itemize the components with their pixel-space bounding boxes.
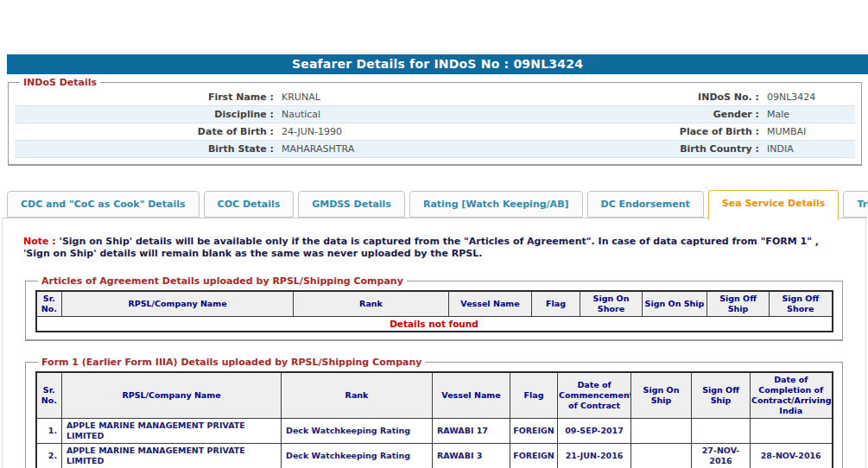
detail-label: First Name : (15, 92, 274, 103)
detail-row: Birth State : MAHARASHTRA Birth Country … (15, 141, 855, 158)
cell-company: APPLE MARINE MANAGEMENT PRIVATE LIMITED (62, 443, 282, 468)
cell-sign-on-ship (631, 418, 692, 443)
table-row: 2. APPLE MARINE MANAGEMENT PRIVATE LIMIT… (36, 443, 833, 468)
column-header: RPSL/Company Name (62, 291, 294, 317)
details-not-found-message: Details not found (36, 317, 833, 332)
detail-label: Discipline : (15, 109, 274, 120)
cell-company: APPLE MARINE MANAGEMENT PRIVATE LIMITED (62, 418, 282, 443)
cell-vessel: RAWABI 17 (433, 418, 510, 443)
detail-value: MUMBAI (759, 126, 855, 137)
detail-value: Male (759, 109, 855, 120)
tab-item[interactable]: CDC and "CoC as Cook" Details (7, 191, 200, 218)
tab-strip: CDC and "CoC as Cook" Details COC Detail… (7, 190, 866, 218)
articles-of-agreement-fieldset: Articles of Agreement Details uploaded b… (25, 275, 843, 341)
detail-row: Date of Birth : 24-JUN-1990 Place of Bir… (15, 123, 855, 141)
detail-label: Date of Birth : (15, 126, 274, 137)
page-title: Seafarer Details for INDoS No : 09NL3424 (7, 54, 868, 74)
form1-legend: Form 1 (Earlier Form IIIA) Details uploa… (38, 357, 425, 368)
form1-body: 1. APPLE MARINE MANAGEMENT PRIVATE LIMIT… (36, 418, 833, 468)
form1-header-row: Sr. No.RPSL/Company NameRankVessel NameF… (36, 372, 833, 419)
articles-legend: Articles of Agreement Details uploaded b… (38, 275, 407, 287)
detail-row: First Name : KRUNAL INDoS No. : 09NL3424 (15, 89, 855, 106)
column-header: Sign Off Ship (707, 291, 770, 317)
indos-details-rows: First Name : KRUNAL INDoS No. : 09NL3424… (15, 89, 855, 158)
sea-service-panel: Note : 'Sign on Ship' details will be av… (2, 218, 866, 468)
column-header: Rank (282, 372, 433, 419)
note-body: 'Sign on Ship' details will be available… (23, 236, 819, 259)
detail-value: Nautical (274, 109, 595, 120)
column-header: Sr. No. (36, 291, 62, 317)
cell-commencement: 21-JUN-2016 (558, 443, 631, 468)
cell-sign-on-ship (631, 443, 692, 468)
detail-label: Birth State : (15, 143, 274, 155)
detail-value: 24-JUN-1990 (274, 126, 595, 137)
detail-value: MAHARASHTRA (274, 143, 595, 155)
column-header: Vessel Name (449, 291, 532, 317)
cell-completion (751, 418, 833, 443)
tab-item[interactable]: DC Endorsement (587, 191, 704, 218)
column-header: Sr. No. (36, 372, 62, 419)
column-header: Sign On Shore (580, 291, 643, 317)
detail-label: Birth Country : (595, 143, 759, 155)
cell-sign-off-ship: 27-NOV-2016 (692, 443, 751, 468)
column-header: RPSL/Company Name (62, 372, 282, 419)
tab-item[interactable]: COC Details (204, 191, 295, 218)
note-text: Note : 'Sign on Ship' details will be av… (23, 236, 846, 260)
note-prefix: Note : (23, 236, 56, 247)
cell-sr-no: 1. (36, 418, 62, 443)
cell-commencement: 09-SEP-2017 (558, 418, 631, 443)
tab-item[interactable]: Training Details (843, 191, 868, 218)
tab-item[interactable]: Sea Service Details (708, 190, 839, 220)
articles-empty-row: Details not found (36, 317, 833, 332)
column-header: Flag (532, 291, 580, 317)
detail-value: KRUNAL (274, 92, 595, 103)
cell-rank: Deck Watchkeeping Rating (282, 443, 433, 468)
column-header: Vessel Name (433, 372, 510, 419)
table-row: 1. APPLE MARINE MANAGEMENT PRIVATE LIMIT… (36, 418, 833, 443)
cell-flag: FOREIGN (510, 443, 558, 468)
cell-flag: FOREIGN (510, 418, 558, 443)
cell-sign-off-ship (692, 418, 751, 443)
column-header: Sign On Ship (631, 372, 692, 419)
column-header: Sign Off Shore (770, 291, 833, 317)
cell-sr-no: 2. (36, 443, 62, 468)
indos-details-legend: INDoS Details (20, 77, 100, 88)
articles-header-row: Sr. No.RPSL/Company NameRankVessel NameF… (36, 291, 833, 317)
column-header: Sign Off Ship (692, 372, 751, 419)
cell-rank: Deck Watchkeeping Rating (282, 418, 433, 443)
tab-item[interactable]: GMDSS Details (298, 191, 405, 218)
detail-row: Discipline : Nautical Gender : Male (15, 106, 855, 123)
detail-value: INDIA (759, 143, 855, 155)
cell-vessel: RAWABI 3 (433, 443, 510, 468)
detail-label: Place of Birth : (595, 126, 759, 137)
tab-item[interactable]: Rating [Watch Keeping/AB] (409, 191, 583, 218)
detail-label: INDoS No. : (595, 92, 759, 103)
column-header: Date of Commencement of Contract (558, 372, 631, 419)
articles-table: Sr. No.RPSL/Company NameRankVessel NameF… (35, 290, 833, 332)
detail-value: 09NL3424 (759, 92, 855, 103)
column-header: Sign On Ship (643, 291, 707, 317)
form1-table: Sr. No.RPSL/Company NameRankVessel NameF… (35, 371, 833, 468)
column-header: Rank (294, 291, 449, 317)
column-header: Date of Completion of Contract/Arriving … (751, 372, 833, 419)
detail-label: Gender : (595, 109, 759, 120)
indos-details-fieldset: INDoS Details First Name : KRUNAL INDoS … (8, 77, 862, 166)
column-header: Flag (510, 372, 558, 419)
form1-fieldset: Form 1 (Earlier Form IIIA) Details uploa… (25, 357, 843, 468)
cell-completion: 28-NOV-2016 (751, 443, 833, 468)
